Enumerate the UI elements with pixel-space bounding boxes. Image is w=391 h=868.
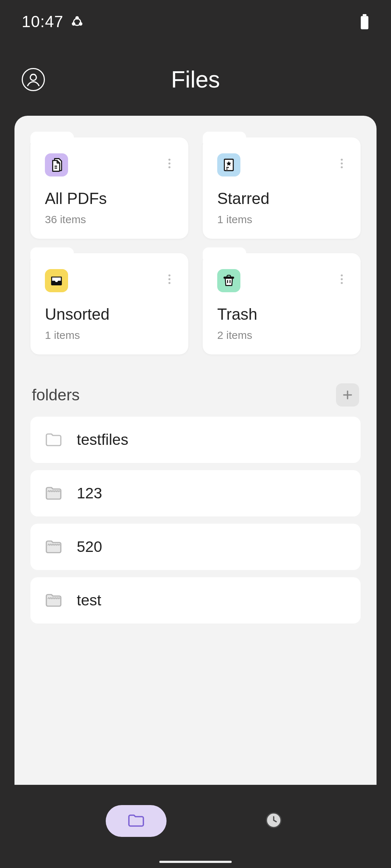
svg-point-24 xyxy=(341,278,343,280)
folders-title: folders xyxy=(32,386,80,404)
svg-point-16 xyxy=(341,166,343,169)
bottom-nav xyxy=(0,796,391,846)
svg-point-19 xyxy=(168,282,171,284)
status-bar: 10:47 xyxy=(0,0,391,43)
category-more-button[interactable] xyxy=(335,156,349,171)
svg-point-9 xyxy=(168,162,171,165)
category-title: Starred xyxy=(217,190,346,208)
category-unsorted[interactable]: Unsorted 1 items xyxy=(30,253,188,354)
star-icon xyxy=(217,153,240,176)
folder-name: testfiles xyxy=(77,431,128,448)
nav-files-tab[interactable] xyxy=(106,805,167,837)
nav-recent-tab[interactable] xyxy=(262,809,285,833)
folder-full-icon xyxy=(45,486,62,501)
svg-rect-3 xyxy=(363,14,367,16)
trash-icon xyxy=(217,269,240,292)
category-all-pdfs[interactable]: All PDFs 36 items xyxy=(30,137,188,239)
svg-point-17 xyxy=(168,275,171,277)
svg-point-1 xyxy=(72,23,75,25)
app-header: Files xyxy=(0,43,391,116)
main-panel: All PDFs 36 items Starred 1 items xyxy=(14,116,377,785)
home-indicator[interactable] xyxy=(159,861,232,863)
folder-name: 123 xyxy=(77,485,102,502)
svg-point-23 xyxy=(341,275,343,277)
clock-nav-icon xyxy=(265,812,282,830)
folder-nav-icon xyxy=(127,813,145,829)
status-clock: 10:47 xyxy=(22,13,63,31)
folder-full-icon xyxy=(45,593,62,608)
category-starred[interactable]: Starred 1 items xyxy=(203,137,361,239)
folder-name: test xyxy=(77,592,101,609)
folder-name: 520 xyxy=(77,538,102,556)
category-trash[interactable]: Trash 2 items xyxy=(203,253,361,354)
folder-icon xyxy=(45,433,62,447)
folder-item[interactable]: test xyxy=(30,577,361,624)
category-title: Trash xyxy=(217,305,346,323)
folder-item[interactable]: 123 xyxy=(30,470,361,516)
category-grid: All PDFs 36 items Starred 1 items xyxy=(30,137,361,354)
svg-point-5 xyxy=(30,75,37,81)
category-more-button[interactable] xyxy=(162,272,177,286)
category-count: 36 items xyxy=(45,213,174,226)
pdf-icon xyxy=(45,153,68,176)
folder-list: testfiles 123 520 xyxy=(30,417,361,624)
avatar[interactable] xyxy=(22,68,45,91)
category-count: 1 items xyxy=(45,329,174,341)
category-more-button[interactable] xyxy=(162,156,177,171)
svg-rect-20 xyxy=(224,277,234,278)
svg-point-14 xyxy=(341,159,343,161)
folder-item[interactable]: 520 xyxy=(30,524,361,570)
svg-rect-4 xyxy=(361,16,369,29)
category-more-button[interactable] xyxy=(335,272,349,286)
page-title: Files xyxy=(171,66,220,93)
folders-header: folders xyxy=(30,383,361,407)
svg-point-0 xyxy=(76,17,79,19)
category-title: Unsorted xyxy=(45,305,174,323)
svg-point-10 xyxy=(168,166,171,169)
status-left: 10:47 xyxy=(22,13,84,31)
sync-icon xyxy=(71,15,84,28)
category-title: All PDFs xyxy=(45,190,174,208)
svg-point-2 xyxy=(80,23,82,25)
svg-point-8 xyxy=(168,159,171,161)
folder-item[interactable]: testfiles xyxy=(30,417,361,463)
battery-icon xyxy=(360,14,369,29)
add-folder-button[interactable] xyxy=(336,383,359,407)
tray-icon xyxy=(45,269,68,292)
folder-full-icon xyxy=(45,540,62,554)
category-count: 2 items xyxy=(217,329,346,341)
category-count: 1 items xyxy=(217,213,346,226)
svg-point-25 xyxy=(341,282,343,284)
svg-point-18 xyxy=(168,278,171,280)
svg-point-15 xyxy=(341,162,343,165)
